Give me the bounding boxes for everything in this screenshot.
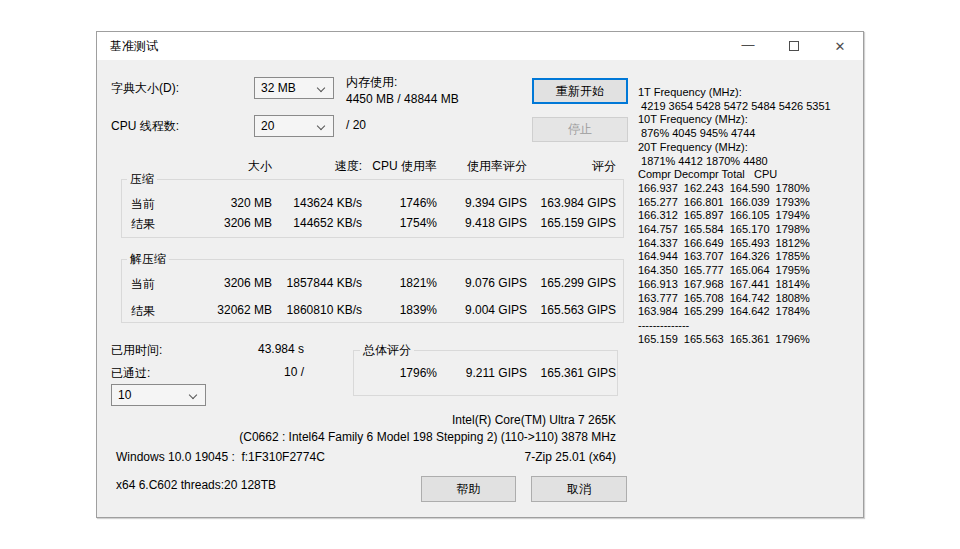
cell-cpu-usage: 1821% (400, 276, 437, 290)
header-speed: 速度: (335, 158, 362, 175)
log-line: 164.350 165.777 165.064 1795% (638, 264, 863, 278)
log-line: 164.337 166.649 165.493 1812% (638, 237, 863, 251)
cpu-details: (C0662 : Intel64 Family 6 Model 198 Step… (239, 430, 616, 444)
log-line: 163.984 165.299 164.642 1784% (638, 305, 863, 319)
benchmark-log-panel: 1T Frequency (MHz): 4219 3654 5428 5472 … (638, 86, 863, 346)
app-version: 7-Zip 25.01 (x64) (525, 450, 616, 464)
log-line: 20T Frequency (MHz): (638, 141, 863, 155)
help-button[interactable]: 帮助 (421, 476, 516, 502)
dictionary-size-value: 32 MB (261, 81, 296, 95)
log-line: 4219 3654 5428 5472 5484 5426 5351 (638, 100, 863, 114)
header-rating: 评分 (592, 158, 616, 175)
total-cpu-usage: 1796% (400, 366, 437, 380)
row-label-current: 当前 (131, 196, 155, 213)
log-line: 166.913 167.968 167.441 1814% (638, 278, 863, 292)
log-line-total: 165.159 165.563 165.361 1796% (638, 333, 863, 347)
minimize-button[interactable]: — (725, 32, 771, 60)
restart-button[interactable]: 重新开始 (532, 78, 628, 104)
passes-select[interactable]: 10 (111, 384, 206, 406)
cell-rating: 165.299 GIPS (541, 276, 616, 290)
dictionary-size-select[interactable]: 32 MB (254, 77, 334, 99)
log-line: 1T Frequency (MHz): (638, 86, 863, 100)
chevron-down-icon (317, 122, 325, 130)
row-label-result: 结果 (131, 303, 155, 320)
log-line: 164.944 163.707 164.326 1785% (638, 250, 863, 264)
cell-usage-rating: 9.004 GIPS (465, 303, 527, 317)
cell-size: 3206 MB (224, 276, 272, 290)
arch-info: x64 6.C602 threads:20 128TB (116, 478, 276, 492)
total-rating: 165.361 GIPS (541, 366, 616, 380)
cell-usage-rating: 9.394 GIPS (465, 196, 527, 210)
cpu-threads-select[interactable]: 20 (254, 115, 334, 137)
cell-size: 3206 MB (224, 216, 272, 230)
log-line: 876% 4045 945% 4744 (638, 127, 863, 141)
window-controls: — ✕ (725, 32, 863, 60)
title-bar[interactable]: 基准测试 — ✕ (97, 32, 863, 60)
elapsed-time-label: 已用时间: (111, 342, 162, 359)
chevron-down-icon (189, 391, 197, 399)
chevron-down-icon (317, 84, 325, 92)
log-line-separator: -------------- (638, 319, 863, 333)
minimize-icon: — (742, 38, 755, 51)
cpu-name: Intel(R) Core(TM) Ultra 7 265K (452, 413, 616, 427)
passes-select-value: 10 (118, 388, 131, 402)
cell-rating: 163.984 GIPS (541, 196, 616, 210)
memory-usage-value: 4450 MB / 48844 MB (346, 92, 459, 106)
cancel-button[interactable]: 取消 (531, 476, 627, 502)
header-usage-rating: 使用率评分 (467, 158, 527, 175)
decompression-group-label: 解压缩 (127, 251, 169, 268)
cell-size: 32062 MB (217, 303, 272, 317)
cell-cpu-usage: 1754% (400, 216, 437, 230)
elapsed-time-value: 43.984 s (258, 342, 304, 356)
header-cpu-usage: CPU 使用率 (372, 158, 437, 175)
cell-size: 320 MB (231, 196, 272, 210)
log-line: 165.277 166.801 166.039 1793% (638, 196, 863, 210)
close-icon: ✕ (835, 40, 846, 53)
cpu-threads-value: 20 (261, 119, 274, 133)
log-line: Compr Decompr Total CPU (638, 168, 863, 182)
cell-usage-rating: 9.076 GIPS (465, 276, 527, 290)
cell-speed: 144652 KB/s (293, 216, 362, 230)
cell-speed: 1857844 KB/s (287, 276, 362, 290)
log-line: 164.757 165.584 165.170 1798% (638, 223, 863, 237)
total-rating-row: 1796% 9.211 GIPS 165.361 GIPS (97, 366, 863, 382)
cell-speed: 1860810 KB/s (287, 303, 362, 317)
close-button[interactable]: ✕ (817, 32, 863, 60)
stop-button[interactable]: 停止 (532, 117, 628, 142)
cell-rating: 165.563 GIPS (541, 303, 616, 317)
cell-speed: 143624 KB/s (293, 196, 362, 210)
cpu-threads-total: / 20 (346, 118, 366, 132)
total-rating-group-label: 总体评分 (360, 342, 414, 359)
maximize-button[interactable] (771, 32, 817, 60)
log-line: 166.937 162.243 164.590 1780% (638, 182, 863, 196)
cell-usage-rating: 9.418 GIPS (465, 216, 527, 230)
memory-usage-label: 内存使用: (346, 74, 397, 91)
os-version: Windows 10.0 19045 : f:1F310F2774C (116, 450, 325, 464)
cpu-threads-label: CPU 线程数: (111, 118, 179, 135)
log-line: 10T Frequency (MHz): (638, 113, 863, 127)
log-line: 163.777 165.708 164.742 1808% (638, 292, 863, 306)
dictionary-size-label: 字典大小(D): (111, 80, 179, 97)
cell-cpu-usage: 1839% (400, 303, 437, 317)
compression-group-label: 压缩 (127, 171, 157, 188)
cell-rating: 165.159 GIPS (541, 216, 616, 230)
benchmark-dialog: 基准测试 — ✕ 字典大小(D): 32 MB 内存使用: 4450 MB / … (96, 31, 864, 518)
maximize-icon (789, 41, 799, 51)
cell-cpu-usage: 1746% (400, 196, 437, 210)
total-usage-rating: 9.211 GIPS (466, 366, 527, 380)
header-size: 大小 (248, 158, 272, 175)
row-label-current: 当前 (131, 276, 155, 293)
log-line: 1871% 4412 1870% 4480 (638, 155, 863, 169)
log-line: 166.312 165.897 166.105 1794% (638, 209, 863, 223)
dialog-title: 基准测试 (97, 38, 158, 55)
row-label-result: 结果 (131, 216, 155, 233)
